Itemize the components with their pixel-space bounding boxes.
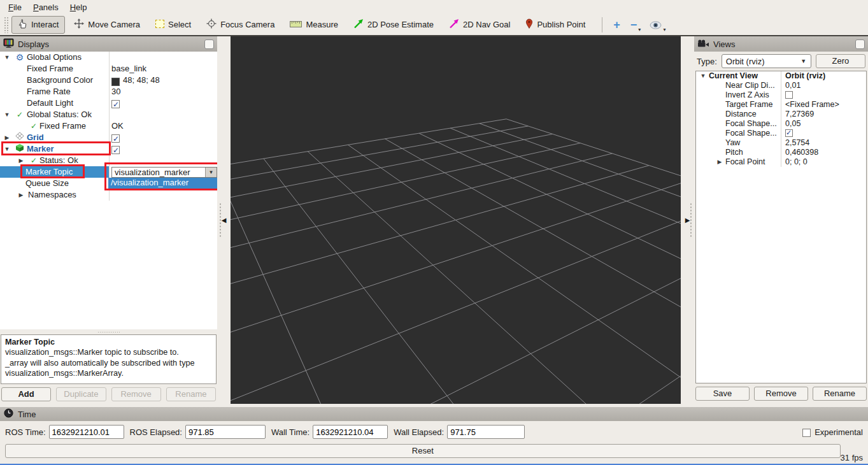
tree-row-global-status-ok[interactable]: ▼✓Global Status: Ok xyxy=(0,109,217,120)
tree-row-grid[interactable]: ▶Grid xyxy=(0,132,217,143)
value-checkbox[interactable] xyxy=(785,129,793,137)
expander-right-icon[interactable]: ▶ xyxy=(715,157,724,167)
toolbar-drag-handle[interactable] xyxy=(4,17,8,33)
collapse-left-icon[interactable]: ◀ xyxy=(222,217,227,224)
value-checkbox[interactable] xyxy=(111,100,120,108)
value-text: 0,460398 xyxy=(785,148,818,157)
menu-item-help[interactable]: Help xyxy=(64,1,93,14)
tree-row-marker-topic[interactable]: Marker Topicvisualization_marker▼ xyxy=(0,166,217,178)
tree-row-status-ok[interactable]: ▶✓Status: Ok xyxy=(0,155,217,166)
render-viewport-3d[interactable] xyxy=(231,36,681,404)
tree-label: Background Color xyxy=(27,75,93,86)
remove-view-button[interactable]: Remove xyxy=(754,387,808,401)
chevron-down-icon[interactable]: ▼ xyxy=(205,168,217,177)
tool-interact[interactable]: Interact xyxy=(11,16,65,34)
combo-popup-option[interactable]: /visualization_marker xyxy=(108,178,217,189)
views-cell-value: 0,460398 xyxy=(781,148,866,157)
tree-cell-name: Frame Rate xyxy=(0,86,110,97)
expander-down-icon[interactable]: ▼ xyxy=(3,143,11,155)
save-view-button[interactable]: Save xyxy=(695,387,750,401)
views-camera-icon xyxy=(697,39,709,49)
views-panel-header[interactable]: Views xyxy=(694,36,868,52)
tree-cell-value xyxy=(110,189,217,201)
views-row-focal-point[interactable]: ▶Focal Point0; 0; 0 xyxy=(696,157,866,167)
tree-label: Default Light xyxy=(27,97,73,109)
minus-icon: − xyxy=(630,18,637,32)
views-label: Yaw xyxy=(725,138,740,148)
views-row-pitch[interactable]: Pitch0,460398 xyxy=(696,148,866,157)
value-checkbox[interactable] xyxy=(111,146,120,154)
value-text: 30 xyxy=(111,86,120,97)
tool-move-camera[interactable]: Move Camera xyxy=(68,15,146,34)
wall-time-label: Wall Time: xyxy=(271,427,309,437)
views-row-invert-z-axis[interactable]: Invert Z Axis xyxy=(696,90,866,100)
displays-panel-header[interactable]: Displays xyxy=(0,36,217,52)
views-row-current-view[interactable]: ▼Current ViewOrbit (rviz) xyxy=(696,71,866,81)
views-row-distance[interactable]: Distance7,27369 xyxy=(696,110,866,119)
rename-view-button[interactable]: Rename xyxy=(813,387,867,401)
expander-right-icon[interactable]: ▶ xyxy=(3,132,11,143)
value-checkbox[interactable] xyxy=(111,134,120,143)
expander-down-icon[interactable]: ▼ xyxy=(3,52,11,63)
tool-select[interactable]: Select xyxy=(149,17,197,33)
wall-time-input[interactable] xyxy=(313,425,388,439)
expander-right-icon[interactable]: ▶ xyxy=(17,155,25,166)
tree-cell-name: ▶Namespaces xyxy=(0,189,110,201)
ros-elapsed-input[interactable] xyxy=(185,425,266,439)
views-row-near-clip-di-1[interactable]: Near Clip Di...0,01 xyxy=(696,81,866,90)
views-row-yaw[interactable]: Yaw2,5754 xyxy=(696,138,866,148)
views-cell-value: 7,27369 xyxy=(781,110,866,119)
tree-row-marker[interactable]: ▼Marker xyxy=(0,143,217,155)
view-type-combo[interactable]: Orbit (rviz) ▼ xyxy=(722,54,811,68)
tree-row-default-light[interactable]: Default Light xyxy=(0,97,217,109)
zoom-in-button[interactable]: + xyxy=(608,18,625,32)
tree-label: Marker Topic xyxy=(25,166,73,178)
marker-topic-combo[interactable]: visualization_marker▼ xyxy=(111,167,217,178)
left-splitter[interactable]: ◀ xyxy=(217,36,231,404)
add-button[interactable]: Add xyxy=(1,387,51,401)
views-cell-value: 0,05 xyxy=(781,119,866,129)
wall-elapsed-input[interactable] xyxy=(447,425,525,439)
views-panel: Views Type: Orbit (rviz) ▼ Zero ▼Current… xyxy=(694,36,868,404)
visibility-button[interactable]: ▾ xyxy=(644,18,669,31)
tool-2d-pose-estimate[interactable]: 2D Pose Estimate xyxy=(347,15,440,34)
value-checkbox[interactable] xyxy=(785,91,793,99)
displays-float-button[interactable] xyxy=(204,39,214,49)
views-row-focal-shape-5[interactable]: Focal Shape...0,05 xyxy=(696,119,866,129)
view-type-label: Type: xyxy=(697,57,717,66)
expander-right-icon[interactable]: ▶ xyxy=(17,189,25,201)
time-panel-header[interactable]: Time xyxy=(0,407,868,421)
tool-publish-point[interactable]: Publish Point xyxy=(519,15,592,34)
views-float-button[interactable] xyxy=(855,39,865,49)
tree-cell-value: 48; 48; 48 xyxy=(110,75,217,86)
tree-label: Grid xyxy=(27,132,44,143)
tree-row-fixed-frame[interactable]: ✓Fixed FrameOK xyxy=(0,120,217,132)
tree-row-namespaces[interactable]: ▶Namespaces xyxy=(0,189,217,201)
tree-row-global-options[interactable]: ▼⚙Global Options xyxy=(0,52,217,63)
views-tree: ▼Current ViewOrbit (rviz)Near Clip Di...… xyxy=(695,71,867,383)
menu-item-file[interactable]: File xyxy=(3,1,27,14)
views-row-focal-shape-6[interactable]: Focal Shape... xyxy=(696,129,866,138)
experimental-toggle[interactable]: Experimental xyxy=(802,427,863,437)
tree-row-background-color[interactable]: Background Color48; 48; 48 xyxy=(0,75,217,86)
zero-button[interactable]: Zero xyxy=(816,54,865,68)
views-row-target-frame[interactable]: Target Frame<Fixed Frame> xyxy=(696,100,866,110)
menu-item-panels[interactable]: Panels xyxy=(27,1,64,14)
views-cell-value xyxy=(781,129,866,138)
tool-measure[interactable]: Measure xyxy=(283,17,345,32)
expander-down-icon[interactable]: ▼ xyxy=(699,71,708,81)
tree-cell-value xyxy=(110,52,217,63)
reset-button[interactable]: Reset xyxy=(5,444,841,458)
ros-time-input[interactable] xyxy=(49,425,124,439)
tree-row-fixed-frame[interactable]: Fixed Framebase_link xyxy=(0,63,217,75)
tool-label: 2D Nav Goal xyxy=(463,20,510,29)
expander-down-icon[interactable]: ▼ xyxy=(3,109,11,120)
experimental-checkbox[interactable] xyxy=(802,429,811,437)
zoom-out-button[interactable]: − ▾ xyxy=(625,18,645,32)
tree-row-frame-rate[interactable]: Frame Rate30 xyxy=(0,86,217,97)
tool-focus-camera[interactable]: Focus Camera xyxy=(200,15,281,34)
right-splitter[interactable]: ▶ xyxy=(681,36,694,404)
color-swatch[interactable] xyxy=(111,78,120,86)
panel-resize-handle[interactable] xyxy=(0,329,217,334)
tool-2d-nav-goal[interactable]: 2D Nav Goal xyxy=(443,15,516,34)
